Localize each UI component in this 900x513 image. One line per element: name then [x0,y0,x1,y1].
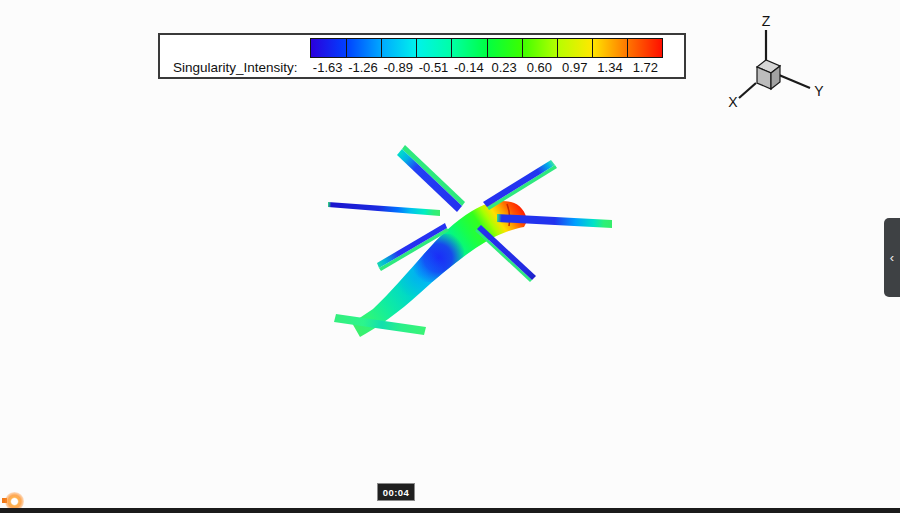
axis-z-label: Z [762,13,771,29]
axis-x-label: X [728,94,738,110]
legend-tick: 0.23 [486,60,521,75]
status-bar [0,508,900,513]
timestamp-badge: 00:04 [377,483,415,501]
chevron-left-icon: ‹ [890,251,894,264]
axis-triad: Z X Y [710,5,840,115]
legend-tick: -0.89 [381,60,416,75]
colormap-legend[interactable]: Singularity_Intensity: -1.63 -1.26 -0.89… [158,33,686,79]
legend-tick: -0.51 [416,60,451,75]
legend-title: Singularity_Intensity: [173,60,298,75]
legend-tick: -0.14 [451,60,486,75]
legend-tick: 0.97 [557,60,592,75]
colorbar [310,38,663,58]
timestamp-text: 00:04 [383,487,409,498]
legend-ticks: -1.63 -1.26 -0.89 -0.51 -0.14 0.23 0.60 … [310,60,663,75]
legend-tick: 1.34 [592,60,627,75]
panel-collapse-tab[interactable]: ‹ [884,218,900,297]
legend-tick: -1.63 [310,60,345,75]
legend-tick: 0.60 [522,60,557,75]
legend-tick: 1.72 [628,60,663,75]
legend-tick: -1.26 [345,60,380,75]
axis-y-label: Y [814,83,824,99]
orientation-cube [757,60,780,89]
